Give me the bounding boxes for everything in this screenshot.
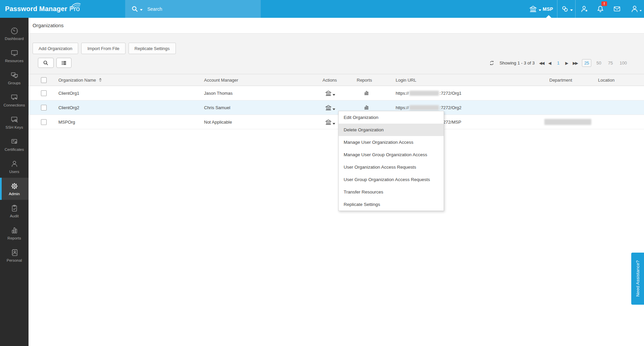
login-url-suffix: :7272/Org2 xyxy=(440,105,461,110)
org-switcher-button[interactable] xyxy=(529,0,541,18)
messages-button[interactable] xyxy=(613,0,621,18)
table-header: Organization Name Account Manager Action… xyxy=(29,74,644,86)
row-checkbox-cell xyxy=(41,115,47,129)
table-search-button[interactable] xyxy=(38,58,54,68)
actions-caret-icon xyxy=(333,123,335,125)
sidebar-item-groups[interactable]: Groups xyxy=(0,67,29,89)
menu-item-transfer-resources[interactable]: Transfer Resources xyxy=(339,186,444,198)
sidebar-item-resources[interactable]: Resources xyxy=(0,45,29,67)
account-manager-cell: Chris Samuel xyxy=(204,100,230,115)
sidebar-item-label: SSH Keys xyxy=(5,125,23,129)
sidebar-item-personal[interactable]: Personal xyxy=(0,244,29,266)
last-page-button[interactable]: ▶▶ xyxy=(573,61,577,66)
organizations-table-body: ClientOrg1Jason Thomashttps://:7272/Org1… xyxy=(29,86,644,129)
sidebar-item-certificates[interactable]: Certificates xyxy=(0,133,29,156)
list-view-button[interactable] xyxy=(56,58,71,68)
sort-icon[interactable] xyxy=(99,78,102,82)
bank-actions-icon xyxy=(325,90,332,97)
menu-item-edit-organization[interactable]: Edit Organization xyxy=(339,111,444,124)
header-divider xyxy=(575,0,576,18)
organization-row-clientorg2[interactable]: ClientOrg2Chris Samuelhttps://:7272/Org2 xyxy=(29,100,644,115)
menu-item-manage-user-organization-access[interactable]: Manage User Organization Access xyxy=(339,136,444,148)
connections-icon xyxy=(10,93,19,102)
select-all-checkbox-cell xyxy=(41,74,47,86)
sidebar-item-reports[interactable]: Reports xyxy=(0,222,29,244)
sidebar-item-label: Connections xyxy=(4,103,25,107)
organization-row-clientorg1[interactable]: ClientOrg1Jason Thomashttps://:7272/Org1 xyxy=(29,86,644,100)
organization-row-msporg[interactable]: MSPOrgNot Applicablehttps://:7272/MSP xyxy=(29,115,644,129)
pagination-status: Showing 1 - 3 of 3 xyxy=(499,60,535,66)
next-page-button[interactable]: ▶ xyxy=(565,61,568,66)
current-page-number[interactable]: 1 xyxy=(556,60,561,66)
groups-icon xyxy=(10,71,19,80)
sidebar-item-label: Certificates xyxy=(5,147,24,152)
row-checkbox[interactable] xyxy=(41,119,47,125)
login-url-prefix: https:// xyxy=(396,91,409,96)
personal-icon xyxy=(10,248,19,257)
list-view-icon xyxy=(61,60,67,66)
app-header: Password Manager Pro Search xyxy=(0,0,644,18)
menu-item-delete-organization[interactable]: Delete Organization xyxy=(339,124,444,136)
account-user-icon xyxy=(630,5,639,13)
previous-page-button[interactable]: ◀ xyxy=(548,61,551,66)
account-manager-cell: Jason Thomas xyxy=(204,86,233,100)
bank-actions-icon xyxy=(325,104,332,111)
users-icon xyxy=(10,160,19,168)
first-page-button[interactable]: ◀◀ xyxy=(539,61,544,66)
bank-actions-icon xyxy=(325,119,332,126)
organization-bank-icon xyxy=(529,5,537,13)
global-search-input[interactable]: Search xyxy=(125,0,261,18)
account-menu-button[interactable] xyxy=(630,0,642,18)
mail-icon xyxy=(613,5,621,13)
user-requests-button[interactable] xyxy=(580,0,589,18)
organization-reports-button[interactable] xyxy=(363,86,369,100)
sidebar-item-ssh-keys[interactable]: SSH Keys xyxy=(0,111,29,133)
organization-actions-button[interactable] xyxy=(325,100,335,115)
quick-connect-caret-icon xyxy=(570,9,573,11)
sidebar-item-label: Audit xyxy=(10,214,18,218)
organization-actions-button[interactable] xyxy=(325,115,335,129)
replicate-settings-button[interactable]: Replicate Settings xyxy=(129,43,176,54)
logo-text: Password Manager xyxy=(5,5,67,13)
select-all-checkbox[interactable] xyxy=(41,77,47,83)
sidebar-item-dashboard[interactable]: Dashboard xyxy=(0,23,29,45)
page-size-25[interactable]: 25 xyxy=(582,59,591,67)
need-assistance-label: Need Assistance? xyxy=(635,260,640,297)
resources-icon xyxy=(10,49,19,57)
quick-connect-button[interactable] xyxy=(561,0,573,18)
page-size-75[interactable]: 75 xyxy=(606,59,614,67)
login-url-suffix: :7272/Org1 xyxy=(440,91,461,96)
menu-item-manage-user-group-organization-access[interactable]: Manage User Group Organization Access xyxy=(339,148,444,161)
account-manager-cell: Not Applicable xyxy=(204,115,232,129)
login-url-prefix: https:// xyxy=(396,105,409,110)
dashboard-icon xyxy=(10,27,19,35)
view-controls xyxy=(38,58,71,68)
page-size-100[interactable]: 100 xyxy=(618,59,629,67)
row-checkbox[interactable] xyxy=(41,105,47,111)
column-header-department: Department xyxy=(549,74,572,86)
menu-item-replicate-settings[interactable]: Replicate Settings xyxy=(339,198,444,211)
refresh-button[interactable] xyxy=(489,60,495,66)
sidebar-item-admin[interactable]: Admin xyxy=(0,178,29,200)
menu-item-user-group-organization-access-requests[interactable]: User Group Organization Access Requests xyxy=(339,173,444,186)
sidebar-item-users[interactable]: Users xyxy=(0,156,29,178)
page-size-options: 255075100 xyxy=(582,59,629,67)
column-header-organization-name[interactable]: Organization Name xyxy=(58,74,102,86)
page-title: Organizations xyxy=(29,18,644,33)
row-checkbox[interactable] xyxy=(41,90,47,96)
sidebar-item-audit[interactable]: Audit xyxy=(0,200,29,222)
column-header-actions: Actions xyxy=(323,74,337,86)
organization-name-cell: ClientOrg2 xyxy=(58,100,79,115)
search-icon xyxy=(43,60,49,66)
sidebar-item-connections[interactable]: Connections xyxy=(0,89,29,111)
need-assistance-tab[interactable]: Need Assistance? xyxy=(631,253,644,305)
organization-actions-button[interactable] xyxy=(325,86,335,100)
menu-item-user-organization-access-requests[interactable]: User Organization Access Requests xyxy=(339,161,444,173)
reports-chart-icon xyxy=(363,104,369,111)
org-switcher-caret-icon xyxy=(539,9,541,11)
import-from-file-button[interactable]: Import From File xyxy=(81,43,125,54)
add-organization-button[interactable]: Add Organization xyxy=(33,43,78,54)
toolbar-zone: Add OrganizationImport From FileReplicat… xyxy=(29,34,644,74)
page-size-50[interactable]: 50 xyxy=(595,59,603,67)
search-scope-caret-icon[interactable] xyxy=(140,9,143,11)
